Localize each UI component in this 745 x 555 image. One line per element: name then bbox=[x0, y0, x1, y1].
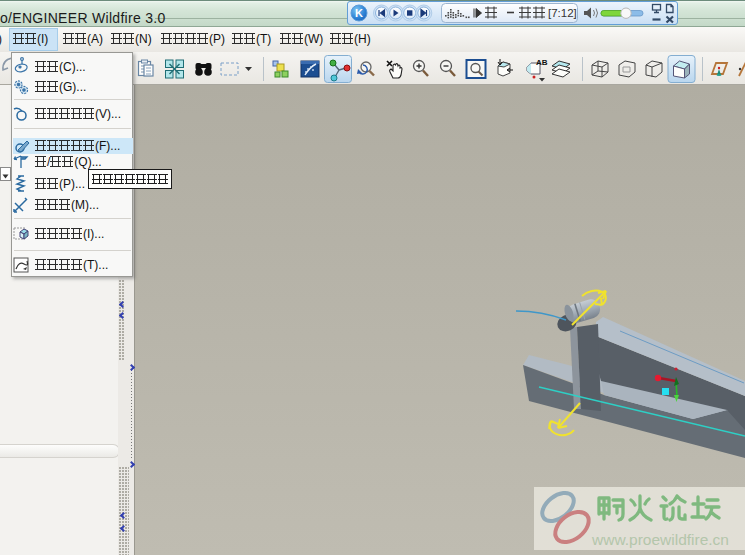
svg-text:www.proewildfire.cn: www.proewildfire.cn bbox=[591, 531, 729, 548]
svg-text:K: K bbox=[355, 7, 363, 19]
svg-text:[7:12]: [7:12] bbox=[548, 7, 577, 19]
svg-text:AB: AB bbox=[536, 58, 548, 67]
